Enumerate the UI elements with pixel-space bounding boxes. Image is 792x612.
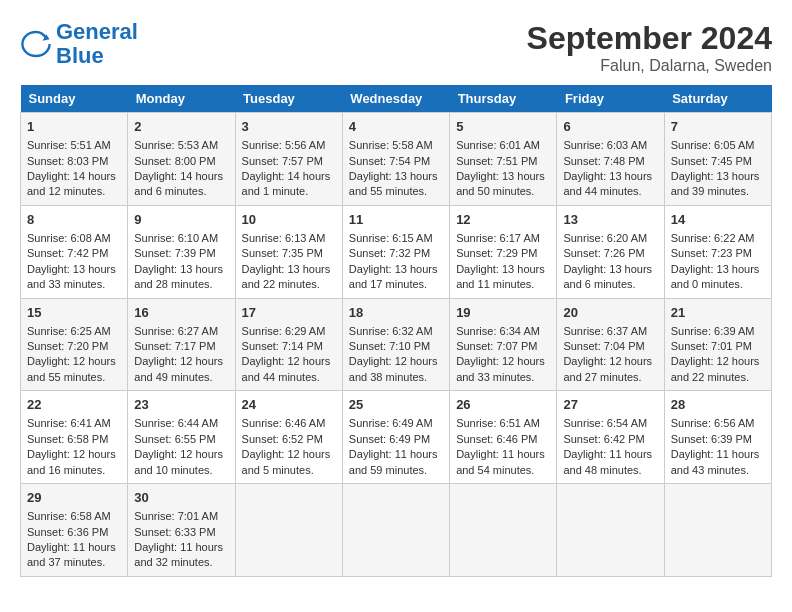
- day-info: Sunrise: 6:58 AM: [27, 510, 111, 522]
- day-info: Daylight: 13 hours: [242, 263, 331, 275]
- day-info: Daylight: 12 hours: [456, 355, 545, 367]
- day-info: Sunset: 6:42 PM: [563, 433, 644, 445]
- day-info: Sunrise: 6:01 AM: [456, 139, 540, 151]
- day-info: Sunset: 7:23 PM: [671, 247, 752, 259]
- day-info: Sunset: 6:58 PM: [27, 433, 108, 445]
- day-info: and 39 minutes.: [671, 185, 749, 197]
- day-info: and 55 minutes.: [27, 371, 105, 383]
- day-number: 26: [456, 396, 550, 414]
- day-info: Sunrise: 6:56 AM: [671, 417, 755, 429]
- day-info: Daylight: 11 hours: [671, 448, 760, 460]
- day-info: and 32 minutes.: [134, 556, 212, 568]
- location-title: Falun, Dalarna, Sweden: [527, 57, 772, 75]
- day-info: and 49 minutes.: [134, 371, 212, 383]
- calendar-cell: [342, 484, 449, 577]
- day-info: Sunset: 7:20 PM: [27, 340, 108, 352]
- calendar-cell: 4Sunrise: 5:58 AMSunset: 7:54 PMDaylight…: [342, 113, 449, 206]
- page-header: General Blue September 2024 Falun, Dalar…: [20, 20, 772, 75]
- day-info: and 6 minutes.: [563, 278, 635, 290]
- logo-icon: [20, 28, 52, 60]
- day-info: Sunrise: 6:10 AM: [134, 232, 218, 244]
- day-info: Daylight: 13 hours: [671, 263, 760, 275]
- calendar-cell: 6Sunrise: 6:03 AMSunset: 7:48 PMDaylight…: [557, 113, 664, 206]
- day-info: Sunset: 7:42 PM: [27, 247, 108, 259]
- day-info: Sunrise: 6:13 AM: [242, 232, 326, 244]
- day-number: 18: [349, 304, 443, 322]
- day-info: and 27 minutes.: [563, 371, 641, 383]
- day-info: Daylight: 12 hours: [134, 355, 223, 367]
- day-info: Daylight: 13 hours: [456, 170, 545, 182]
- day-info: Sunset: 7:51 PM: [456, 155, 537, 167]
- day-info: and 44 minutes.: [563, 185, 641, 197]
- day-info: Sunrise: 6:34 AM: [456, 325, 540, 337]
- calendar-cell: 3Sunrise: 5:56 AMSunset: 7:57 PMDaylight…: [235, 113, 342, 206]
- day-info: and 54 minutes.: [456, 464, 534, 476]
- day-info: Sunset: 7:04 PM: [563, 340, 644, 352]
- day-info: Daylight: 11 hours: [563, 448, 652, 460]
- day-info: and 16 minutes.: [27, 464, 105, 476]
- day-number: 15: [27, 304, 121, 322]
- calendar-cell: 10Sunrise: 6:13 AMSunset: 7:35 PMDayligh…: [235, 205, 342, 298]
- day-number: 29: [27, 489, 121, 507]
- day-info: and 28 minutes.: [134, 278, 212, 290]
- calendar-cell: 14Sunrise: 6:22 AMSunset: 7:23 PMDayligh…: [664, 205, 771, 298]
- day-info: Daylight: 14 hours: [242, 170, 331, 182]
- day-info: Sunrise: 6:29 AM: [242, 325, 326, 337]
- day-info: Daylight: 13 hours: [563, 170, 652, 182]
- day-number: 7: [671, 118, 765, 136]
- calendar-cell: 16Sunrise: 6:27 AMSunset: 7:17 PMDayligh…: [128, 298, 235, 391]
- day-number: 25: [349, 396, 443, 414]
- day-info: and 48 minutes.: [563, 464, 641, 476]
- calendar-cell: 26Sunrise: 6:51 AMSunset: 6:46 PMDayligh…: [450, 391, 557, 484]
- col-saturday: Saturday: [664, 85, 771, 113]
- day-info: Sunset: 7:48 PM: [563, 155, 644, 167]
- col-wednesday: Wednesday: [342, 85, 449, 113]
- calendar-cell: 20Sunrise: 6:37 AMSunset: 7:04 PMDayligh…: [557, 298, 664, 391]
- day-info: Sunrise: 6:08 AM: [27, 232, 111, 244]
- col-friday: Friday: [557, 85, 664, 113]
- day-info: Sunrise: 6:37 AM: [563, 325, 647, 337]
- day-number: 3: [242, 118, 336, 136]
- day-info: Sunrise: 5:56 AM: [242, 139, 326, 151]
- day-info: and 1 minute.: [242, 185, 309, 197]
- day-info: and 11 minutes.: [456, 278, 534, 290]
- calendar-cell: 9Sunrise: 6:10 AMSunset: 7:39 PMDaylight…: [128, 205, 235, 298]
- day-info: Sunset: 7:10 PM: [349, 340, 430, 352]
- calendar-week-row: 8Sunrise: 6:08 AMSunset: 7:42 PMDaylight…: [21, 205, 772, 298]
- calendar-cell: [557, 484, 664, 577]
- day-number: 24: [242, 396, 336, 414]
- calendar-cell: 25Sunrise: 6:49 AMSunset: 6:49 PMDayligh…: [342, 391, 449, 484]
- day-info: and 50 minutes.: [456, 185, 534, 197]
- calendar-cell: 29Sunrise: 6:58 AMSunset: 6:36 PMDayligh…: [21, 484, 128, 577]
- day-info: Sunset: 7:54 PM: [349, 155, 430, 167]
- day-info: and 5 minutes.: [242, 464, 314, 476]
- calendar-cell: 27Sunrise: 6:54 AMSunset: 6:42 PMDayligh…: [557, 391, 664, 484]
- day-info: Sunrise: 6:17 AM: [456, 232, 540, 244]
- day-number: 16: [134, 304, 228, 322]
- day-info: Daylight: 12 hours: [349, 355, 438, 367]
- day-info: Sunrise: 5:53 AM: [134, 139, 218, 151]
- day-info: Sunrise: 5:51 AM: [27, 139, 111, 151]
- day-info: Sunset: 7:29 PM: [456, 247, 537, 259]
- calendar-cell: 23Sunrise: 6:44 AMSunset: 6:55 PMDayligh…: [128, 391, 235, 484]
- day-info: Daylight: 12 hours: [134, 448, 223, 460]
- day-number: 4: [349, 118, 443, 136]
- day-info: and 59 minutes.: [349, 464, 427, 476]
- calendar-cell: 7Sunrise: 6:05 AMSunset: 7:45 PMDaylight…: [664, 113, 771, 206]
- day-number: 21: [671, 304, 765, 322]
- day-info: Sunrise: 6:51 AM: [456, 417, 540, 429]
- day-info: and 44 minutes.: [242, 371, 320, 383]
- day-info: Sunset: 7:57 PM: [242, 155, 323, 167]
- calendar-cell: 22Sunrise: 6:41 AMSunset: 6:58 PMDayligh…: [21, 391, 128, 484]
- calendar-body: 1Sunrise: 5:51 AMSunset: 8:03 PMDaylight…: [21, 113, 772, 577]
- day-number: 20: [563, 304, 657, 322]
- col-tuesday: Tuesday: [235, 85, 342, 113]
- day-info: Sunset: 6:49 PM: [349, 433, 430, 445]
- day-number: 9: [134, 211, 228, 229]
- day-info: and 0 minutes.: [671, 278, 743, 290]
- day-info: Daylight: 12 hours: [27, 355, 116, 367]
- calendar-cell: [450, 484, 557, 577]
- month-title: September 2024: [527, 20, 772, 57]
- day-number: 11: [349, 211, 443, 229]
- day-number: 2: [134, 118, 228, 136]
